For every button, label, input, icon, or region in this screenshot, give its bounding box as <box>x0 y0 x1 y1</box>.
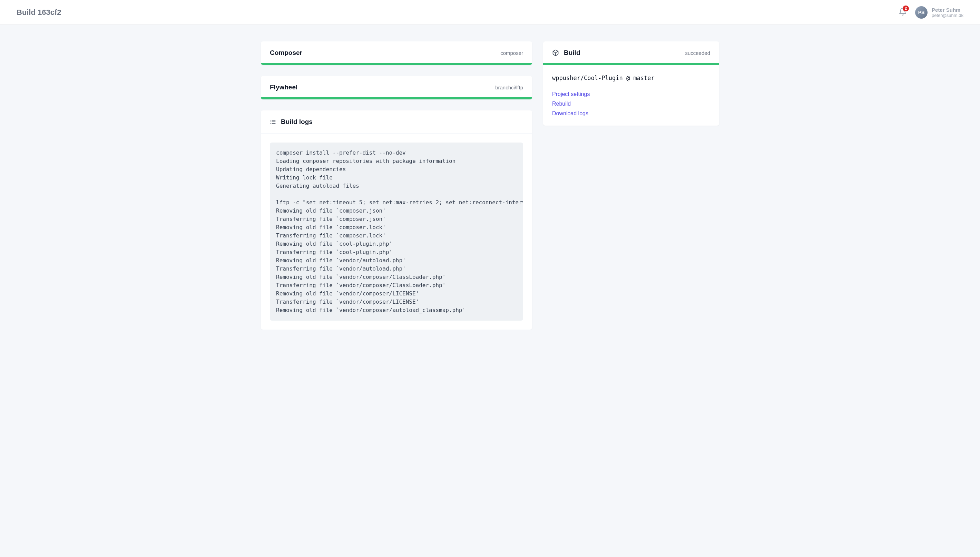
list-icon <box>270 119 276 125</box>
project-settings-link[interactable]: Project settings <box>552 91 710 97</box>
logs-header: Build logs <box>261 111 532 134</box>
status-bar-success <box>261 63 532 65</box>
build-summary-card: Build succeeded wppusher/Cool-Plugin @ m… <box>543 41 719 125</box>
build-title: Build <box>564 49 580 57</box>
download-logs-link[interactable]: Download logs <box>552 111 710 117</box>
step-title: Flywheel <box>270 83 298 91</box>
content: Composer composer Flywheel branchci/lftp <box>244 25 736 330</box>
user-text: Peter Suhm peter@suhm.dk <box>932 7 964 18</box>
topbar-right: 2 PS Peter Suhm peter@suhm.dk <box>899 6 964 19</box>
avatar: PS <box>915 6 928 19</box>
step-header: Flywheel branchci/lftp <box>261 76 532 97</box>
main-column: Composer composer Flywheel branchci/lftp <box>261 41 532 330</box>
action-links: Project settings Rebuild Download logs <box>552 91 710 117</box>
rebuild-link[interactable]: Rebuild <box>552 101 710 107</box>
notifications-button[interactable]: 2 <box>899 8 907 17</box>
logs-title: Build logs <box>281 118 313 125</box>
build-logs-card: Build logs composer install --prefer-dis… <box>261 111 532 330</box>
user-email: peter@suhm.dk <box>932 13 964 18</box>
build-card-header: Build succeeded <box>543 41 719 63</box>
user-menu[interactable]: PS Peter Suhm peter@suhm.dk <box>915 6 964 19</box>
topbar: Build 163cf2 2 PS Peter Suhm peter@suhm.… <box>0 0 980 25</box>
step-meta: branchci/lftp <box>495 85 523 90</box>
build-header-left: Build <box>552 49 580 57</box>
build-body: wppusher/Cool-Plugin @ master Project se… <box>543 65 719 125</box>
user-name: Peter Suhm <box>932 7 964 13</box>
step-header: Composer composer <box>261 41 532 63</box>
build-status: succeeded <box>685 50 710 56</box>
step-meta: composer <box>500 50 523 56</box>
logs-output[interactable]: composer install --prefer-dist --no-dev … <box>270 143 523 321</box>
logs-body: composer install --prefer-dist --no-dev … <box>261 134 532 330</box>
step-card-flywheel[interactable]: Flywheel branchci/lftp <box>261 76 532 99</box>
side-column: Build succeeded wppusher/Cool-Plugin @ m… <box>543 41 719 125</box>
status-bar-success <box>261 97 532 99</box>
step-card-composer[interactable]: Composer composer <box>261 41 532 65</box>
box-icon <box>552 49 559 56</box>
page-title: Build 163cf2 <box>16 8 62 17</box>
repo-line: wppusher/Cool-Plugin @ master <box>552 75 710 81</box>
notification-badge: 2 <box>903 5 909 11</box>
step-title: Composer <box>270 49 302 57</box>
